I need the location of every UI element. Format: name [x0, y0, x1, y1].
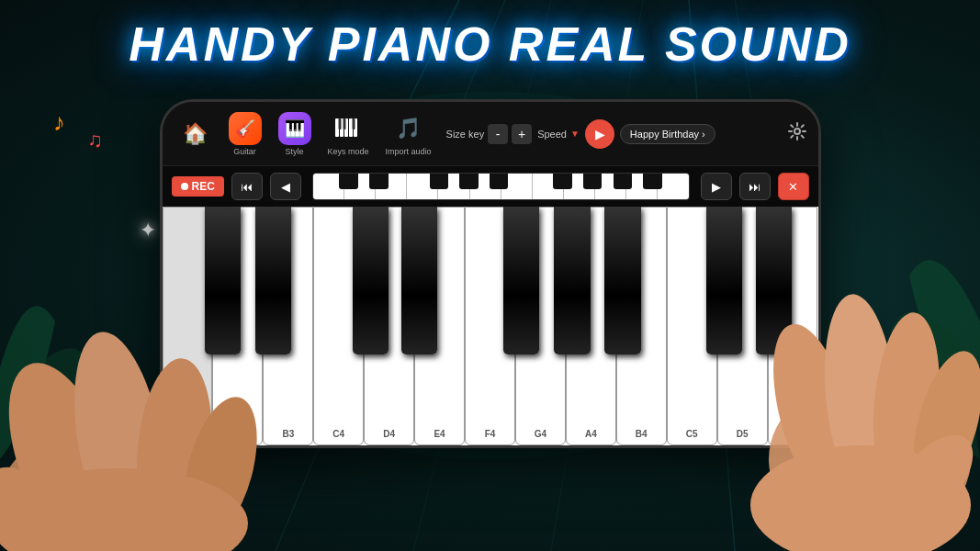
- black-key-ds4[interactable]: [401, 207, 437, 354]
- size-key-control: Size key - +: [446, 124, 533, 144]
- black-key-fs4[interactable]: [503, 207, 539, 354]
- speed-control: Speed ▼: [537, 129, 580, 140]
- home-button[interactable]: 🏠: [174, 114, 218, 154]
- style-label: Style: [285, 147, 303, 156]
- song-name: Happy Birthday: [630, 129, 699, 140]
- play-icon: ▶: [712, 180, 721, 194]
- rec-label: REC: [192, 180, 215, 193]
- svg-point-15: [794, 129, 800, 134]
- rewind-fast-button[interactable]: ⏮: [231, 173, 263, 200]
- svg-rect-7: [335, 118, 339, 137]
- size-minus-button[interactable]: -: [488, 124, 508, 144]
- style-button[interactable]: 🎹 Style: [273, 108, 317, 160]
- settings-button[interactable]: [787, 121, 807, 146]
- guitar-button[interactable]: 🎸 Guitar: [223, 108, 267, 160]
- size-key-label: Size key: [446, 129, 485, 140]
- right-hand: [741, 184, 980, 551]
- svg-rect-14: [353, 118, 355, 129]
- svg-rect-13: [344, 118, 346, 129]
- speed-label: Speed: [537, 129, 567, 140]
- mini-keyboard-display: [312, 173, 690, 200]
- black-key-as4[interactable]: [604, 207, 640, 354]
- black-key-cs5[interactable]: [706, 207, 742, 354]
- black-key-gs4[interactable]: [554, 207, 590, 354]
- toolbar: 🏠 🎸 Guitar 🎹 Style: [163, 102, 818, 166]
- size-plus-button[interactable]: +: [512, 124, 532, 144]
- svg-rect-10: [349, 118, 353, 137]
- keys-mode-label: Keys mode: [328, 147, 369, 156]
- song-arrow-icon: ›: [702, 129, 705, 140]
- music-note-2: ♫: [87, 129, 103, 152]
- play-button[interactable]: ▶: [585, 119, 614, 149]
- song-selector-button[interactable]: Happy Birthday ›: [620, 124, 715, 144]
- rec-indicator: [181, 183, 188, 190]
- rewind-icon: ◀: [281, 180, 290, 194]
- rewind-fast-icon: ⏮: [241, 180, 253, 194]
- rec-button[interactable]: REC: [172, 176, 224, 197]
- import-audio-label: Import audio: [386, 147, 432, 156]
- import-audio-button[interactable]: 🎵 Import audio: [380, 108, 437, 160]
- play-transport-button[interactable]: ▶: [701, 173, 732, 200]
- transport-bar: REC ⏮ ◀: [163, 166, 818, 207]
- rewind-button[interactable]: ◀: [270, 173, 301, 200]
- keys-mode-button[interactable]: Keys mode: [322, 108, 375, 160]
- black-key-cs4[interactable]: [353, 207, 389, 354]
- guitar-label: Guitar: [233, 147, 256, 156]
- svg-rect-12: [339, 118, 342, 129]
- music-note-1: ♪: [53, 108, 65, 137]
- speed-dropdown-icon[interactable]: ▼: [570, 129, 580, 139]
- left-hand: [0, 202, 266, 551]
- page-title: HANDY PIANO REAL SOUND: [0, 17, 980, 72]
